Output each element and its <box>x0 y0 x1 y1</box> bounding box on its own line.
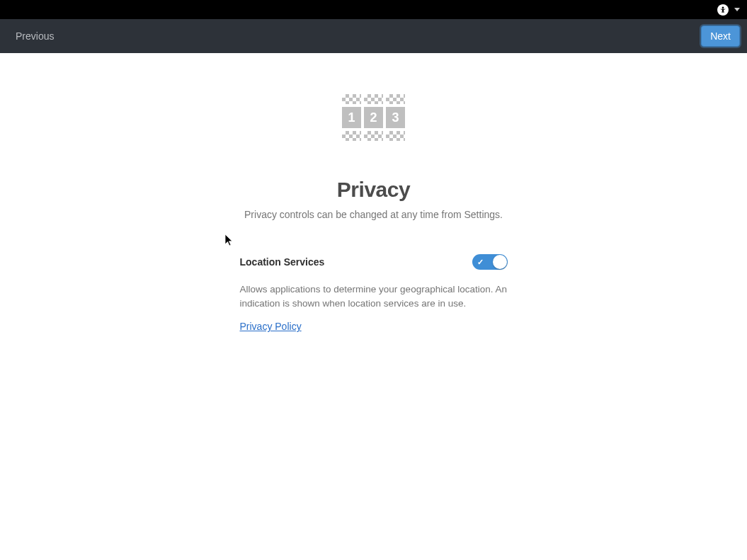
setting-title: Location Services <box>240 256 325 268</box>
hero-block-1: 1 <box>342 107 361 128</box>
page-subtitle: Privacy controls can be changed at any t… <box>244 209 503 220</box>
main-content: 1 2 3 Privacy Privacy controls can be ch… <box>0 53 747 333</box>
page-title: Privacy <box>337 178 410 202</box>
svg-point-0 <box>722 6 724 8</box>
location-services-setting: Location Services ✓ Allows applications … <box>240 254 508 333</box>
hero-block-3: 3 <box>386 107 405 128</box>
check-icon: ✓ <box>477 258 484 267</box>
next-button[interactable]: Next <box>701 25 740 47</box>
hero-block-2: 2 <box>364 107 383 128</box>
toggle-knob <box>493 255 507 269</box>
accessibility-icon[interactable] <box>717 4 729 16</box>
setting-description: Allows applications to determine your ge… <box>240 282 508 310</box>
location-services-toggle[interactable]: ✓ <box>472 254 508 270</box>
privacy-hero-graphic: 1 2 3 <box>342 94 406 152</box>
wizard-nav-bar: Previous Next <box>0 19 747 53</box>
privacy-policy-link[interactable]: Privacy Policy <box>240 321 302 332</box>
previous-button[interactable]: Previous <box>7 26 62 46</box>
system-topbar <box>0 0 747 19</box>
chevron-down-icon[interactable] <box>734 8 740 11</box>
